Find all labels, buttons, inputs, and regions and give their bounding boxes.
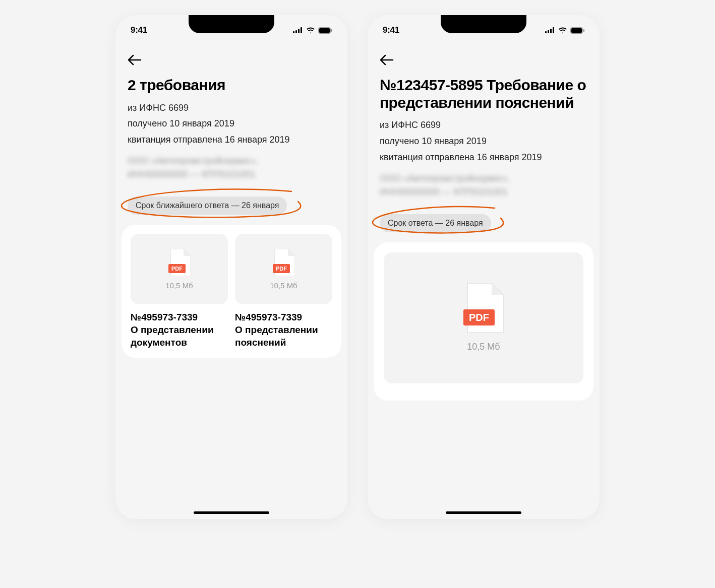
header: 2 требования из ИФНС 6699 получено 10 ян… — [115, 68, 347, 186]
deadline-wrap: Срок ближайшего ответа — 26 января — [128, 197, 335, 215]
document-preview: PDF 10,5 Мб — [131, 234, 228, 304]
svg-rect-5 — [319, 28, 330, 33]
document-item[interactable]: PDF 10,5 Мб №495973-7339 О представлении… — [131, 234, 228, 349]
org-info-redacted: ООО «Автопромстройсервис», ИНН00000000 —… — [128, 154, 335, 181]
pdf-icon: PDF — [273, 249, 295, 276]
svg-text:PDF: PDF — [276, 266, 287, 272]
meta-source: из ИФНС 6699 — [128, 101, 335, 115]
svg-text:PDF: PDF — [469, 312, 489, 323]
svg-rect-2 — [298, 29, 300, 33]
back-button[interactable] — [115, 45, 347, 68]
document-title: №495973-7339 О представлении пояснений — [235, 311, 332, 349]
documents-card: PDF 10,5 Мб — [374, 242, 593, 401]
svg-rect-3 — [301, 27, 302, 33]
page-title: 2 требования — [128, 77, 335, 94]
meta-receipt: квитанция отправлена 16 января 2019 — [128, 133, 335, 147]
signal-icon — [545, 27, 555, 33]
svg-rect-14 — [553, 27, 554, 33]
arrow-left-icon — [380, 54, 394, 66]
phone-screen-right: 9:41 №123457-5895 Требование о представл… — [368, 15, 600, 519]
battery-icon — [318, 27, 332, 34]
documents-card: PDF 10,5 Мб №495973-7339 О представлении… — [122, 225, 341, 358]
file-size: 10,5 Мб — [165, 281, 193, 290]
status-icons — [545, 27, 584, 34]
meta-received: получено 10 января 2019 — [380, 135, 587, 149]
file-size: 10,5 Мб — [270, 281, 297, 290]
svg-rect-0 — [293, 31, 294, 33]
home-indicator[interactable] — [446, 511, 521, 514]
deadline-badge: Срок ближайшего ответа — 26 января — [128, 197, 287, 215]
wifi-icon — [306, 27, 315, 34]
document-preview: PDF 10,5 Мб — [384, 252, 583, 383]
status-bar: 9:41 — [115, 15, 347, 45]
page-title: №123457-5895 Требование о представлении … — [380, 77, 587, 111]
header: №123457-5895 Требование о представлении … — [368, 68, 600, 204]
pdf-icon: PDF — [463, 283, 504, 333]
phone-screen-left: 9:41 2 требования из ИФНС 6699 получено … — [115, 15, 347, 519]
svg-rect-16 — [571, 28, 582, 33]
file-size: 10,5 Мб — [467, 342, 500, 352]
svg-rect-13 — [550, 29, 552, 33]
home-indicator[interactable] — [194, 511, 269, 514]
status-time: 9:41 — [131, 25, 147, 35]
back-button[interactable] — [368, 45, 600, 68]
document-title: №495973-7339 О представлении документов — [131, 311, 228, 349]
notch — [441, 15, 526, 33]
signal-icon — [293, 27, 303, 33]
document-preview: PDF 10,5 Мб — [235, 234, 332, 304]
battery-icon — [570, 27, 584, 34]
document-item[interactable]: PDF 10,5 Мб — [384, 252, 583, 390]
org-info-redacted: ООО «Автопромстройсервис», ИНН00000000 —… — [380, 172, 587, 199]
arrow-left-icon — [128, 54, 142, 66]
deadline-badge: Срок ответа — 26 января — [380, 214, 491, 232]
svg-rect-11 — [545, 31, 547, 33]
svg-rect-12 — [548, 30, 549, 33]
meta-received: получено 10 января 2019 — [128, 117, 335, 131]
document-item[interactable]: PDF 10,5 Мб №495973-7339 О представлении… — [235, 234, 332, 349]
status-time: 9:41 — [383, 25, 399, 35]
meta-source: из ИФНС 6699 — [380, 118, 587, 133]
svg-rect-1 — [295, 30, 297, 33]
svg-text:PDF: PDF — [171, 266, 183, 272]
meta-receipt: квитанция отправлена 16 января 2019 — [380, 151, 587, 165]
status-bar: 9:41 — [368, 15, 600, 45]
status-icons — [293, 27, 332, 34]
deadline-wrap: Срок ответа — 26 января — [380, 214, 587, 232]
svg-rect-17 — [583, 29, 584, 32]
wifi-icon — [558, 27, 567, 34]
svg-rect-6 — [331, 29, 332, 32]
pdf-icon: PDF — [168, 249, 191, 276]
notch — [189, 15, 274, 33]
